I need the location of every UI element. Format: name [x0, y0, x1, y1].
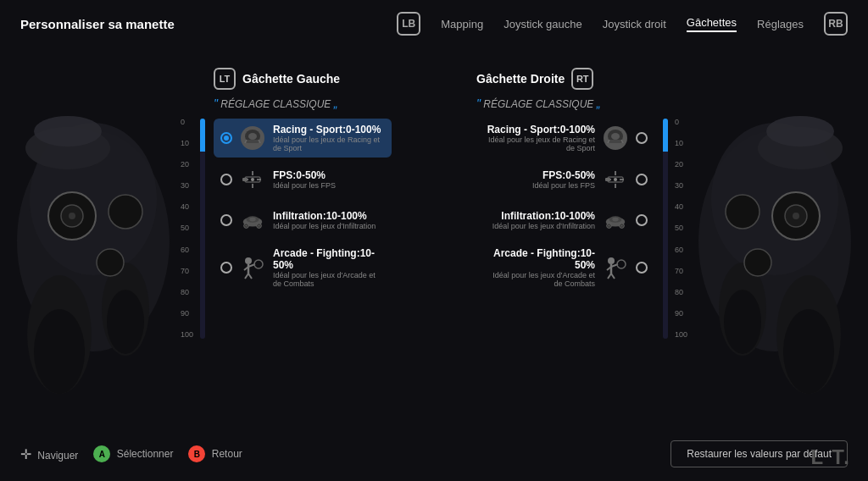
- header: Personnaliser sa manette LB Mapping Joys…: [0, 0, 868, 44]
- left-option-infiltration-text: Infiltration:10-100% Idéal pour les jeux…: [273, 210, 385, 230]
- left-panel-content: LT Gâchette Gauche " RÉGLAGE CLASSIQUE „: [205, 68, 400, 296]
- svg-point-70: [608, 224, 609, 226]
- left-icon-racing: [239, 124, 266, 152]
- svg-point-52: [254, 260, 263, 268]
- left-scale: 0 10 20 30 40 50 60 70 80 90 100: [177, 119, 197, 339]
- select-label: Sélectionner: [117, 448, 174, 460]
- a-button-icon: A: [93, 445, 110, 462]
- svg-point-72: [612, 218, 619, 222]
- svg-point-59: [614, 178, 617, 181]
- navigate-control: ✛ Naviguer: [20, 446, 78, 462]
- rb-button[interactable]: RB: [824, 12, 848, 36]
- right-option-arcade-text: Arcade - Fighting:10-50% Idéal pour les …: [483, 247, 595, 288]
- right-option-infiltration[interactable]: Infiltration:10-100% Idéal pour les jeux…: [476, 202, 654, 239]
- left-gachette-panel: 0 10 20 30 40 50 60 70 80 90 100 LT Gâch…: [177, 68, 400, 339]
- svg-point-43: [245, 224, 247, 226]
- right-radio-arcade[interactable]: [636, 262, 648, 274]
- lt-watermark: L T.: [810, 445, 851, 469]
- left-radio-fps[interactable]: [220, 174, 232, 185]
- svg-point-56: [611, 133, 620, 140]
- left-icon-arcade: [239, 254, 266, 281]
- right-icon-fps: [602, 166, 629, 193]
- svg-point-44: [258, 224, 259, 226]
- navigate-label: Naviguer: [37, 450, 78, 462]
- right-panel-content: RT Gâchette Droite " RÉGLAGE CLASSIQUE „: [468, 68, 663, 296]
- left-radio-arcade[interactable]: [220, 262, 232, 274]
- bottom-bar: ✛ Naviguer A Sélectionner B Retour Resta…: [0, 440, 868, 467]
- tab-gachettes[interactable]: Gâchettes: [687, 16, 737, 32]
- left-option-arcade-text: Arcade - Fighting:10-50% Idéal pour les …: [273, 247, 385, 288]
- right-option-fps[interactable]: FPS:0-50% Idéal pour les FPS: [476, 161, 654, 198]
- left-option-arcade[interactable]: Arcade - Fighting:10-50% Idéal pour les …: [214, 242, 392, 293]
- back-control: B Retour: [188, 445, 242, 462]
- right-option-arcade[interactable]: Arcade - Fighting:10-50% Idéal pour les …: [476, 242, 654, 293]
- left-option-fps[interactable]: FPS:0-50% Idéal pour les FPS: [214, 161, 392, 198]
- tab-mapping[interactable]: Mapping: [441, 18, 483, 30]
- left-radio-infiltration[interactable]: [220, 214, 232, 226]
- left-panel-title: Gâchette Gauche: [242, 72, 340, 86]
- rt-badge: RT: [571, 68, 593, 90]
- nav-tabs: LB Mapping Joystick gauche Joystick droi…: [397, 12, 848, 36]
- right-option-racing[interactable]: Racing - Sport:0-100% Idéal pour les jeu…: [476, 119, 654, 158]
- left-option-racing-text: Racing - Sport:0-100% Idéal pour les jeu…: [273, 124, 385, 152]
- left-icon-infiltration: [239, 207, 266, 234]
- left-option-racing[interactable]: Racing - Sport:0-100% Idéal pour les jeu…: [214, 119, 392, 158]
- svg-rect-65: [605, 178, 610, 181]
- svg-point-46: [245, 257, 252, 264]
- right-panel-title: Gâchette Droite: [476, 72, 565, 86]
- left-icon-fps: [239, 166, 266, 193]
- svg-point-32: [251, 178, 254, 181]
- right-scale: 0 10 20 30 40 50 60 70 80 90 100: [671, 119, 691, 339]
- svg-point-29: [248, 133, 257, 140]
- left-radio-racing[interactable]: [220, 132, 232, 144]
- bottom-controls: ✛ Naviguer A Sélectionner B Retour: [20, 445, 242, 462]
- right-radio-fps[interactable]: [636, 174, 648, 185]
- lt-badge: LT: [214, 68, 236, 90]
- back-label: Retour: [212, 448, 242, 460]
- left-panel-header: LT Gâchette Gauche: [214, 68, 392, 90]
- right-icon-racing: [602, 124, 629, 152]
- right-radio-infiltration[interactable]: [636, 214, 648, 226]
- right-icon-arcade: [602, 254, 629, 281]
- right-reglage-label: " RÉGLAGE CLASSIQUE „: [476, 97, 654, 110]
- right-option-fps-text: FPS:0-50% Idéal pour les FPS: [483, 169, 595, 190]
- select-control: A Sélectionner: [93, 445, 173, 462]
- svg-point-73: [608, 257, 615, 264]
- left-option-infiltration[interactable]: Infiltration:10-100% Idéal pour les jeux…: [214, 202, 392, 239]
- right-panel-header: RT Gâchette Droite: [476, 68, 654, 90]
- tab-joystick-gauche[interactable]: Joystick gauche: [504, 18, 582, 30]
- main-content: 0 10 20 30 40 50 60 70 80 90 100 LT Gâch…: [0, 42, 868, 481]
- svg-rect-28: [246, 140, 259, 143]
- page-title: Personnaliser sa manette: [20, 17, 175, 31]
- left-reglage-label: " RÉGLAGE CLASSIQUE „: [214, 97, 392, 110]
- left-option-fps-text: FPS:0-50% Idéal pour les FPS: [273, 169, 385, 190]
- right-slider-track[interactable]: [663, 119, 668, 339]
- right-option-racing-text: Racing - Sport:0-100% Idéal pour les jeu…: [483, 124, 595, 152]
- right-radio-racing[interactable]: [636, 132, 648, 144]
- lb-button[interactable]: LB: [397, 12, 420, 36]
- tab-joystick-droit[interactable]: Joystick droit: [603, 18, 666, 30]
- right-option-infiltration-text: Infiltration:10-100% Idéal pour les jeux…: [483, 210, 595, 230]
- svg-point-45: [249, 218, 256, 222]
- left-slider-track[interactable]: [200, 119, 205, 339]
- svg-point-79: [617, 260, 626, 268]
- tab-reglages[interactable]: Réglages: [757, 18, 804, 30]
- svg-rect-38: [242, 178, 248, 181]
- svg-line-51: [248, 274, 252, 279]
- svg-line-78: [611, 274, 615, 279]
- dpad-icon: ✛: [20, 447, 31, 462]
- right-icon-infiltration: [602, 207, 629, 234]
- right-gachette-panel: RT Gâchette Droite " RÉGLAGE CLASSIQUE „: [468, 68, 691, 339]
- svg-rect-55: [609, 140, 622, 143]
- svg-point-71: [620, 224, 622, 226]
- b-button-icon: B: [188, 445, 205, 462]
